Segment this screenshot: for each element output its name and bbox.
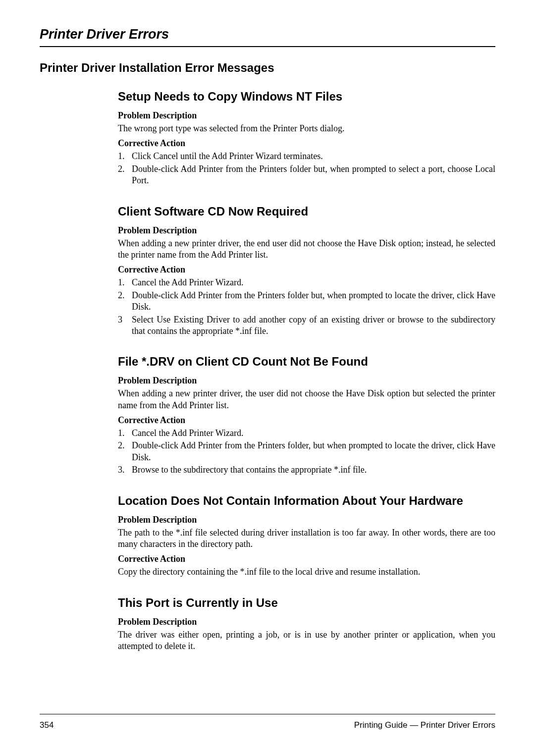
action-label: Corrective Action	[118, 138, 495, 149]
problem-label: Problem Description	[118, 225, 495, 236]
list-item: 1. Cancel the Add Printer Wizard.	[118, 428, 495, 439]
footer-divider	[40, 714, 495, 714]
page-title: Printer Driver Installation Error Messag…	[40, 61, 495, 75]
step-number: 3.	[118, 464, 132, 476]
problem-text: When adding a new printer driver, the us…	[118, 388, 495, 411]
problem-label: Problem Description	[118, 376, 495, 386]
problem-text: When adding a new printer driver, the en…	[118, 238, 495, 261]
page-number: 354	[40, 720, 54, 730]
section: Setup Needs to Copy Windows NT Files Pro…	[118, 90, 495, 187]
step-text: Double-click Add Printer from the Printe…	[132, 163, 495, 187]
step-text: Select Use Existing Driver to add anothe…	[132, 314, 495, 337]
step-number: 1.	[118, 151, 132, 162]
section: Client Software CD Now Required Problem …	[118, 205, 495, 337]
footer-text: Printing Guide — Printer Driver Errors	[354, 720, 495, 730]
action-text: Copy the directory containing the *.inf …	[118, 566, 495, 578]
section-heading: File *.DRV on Client CD Count Not Be Fou…	[118, 355, 495, 369]
list-item: 3 Select Use Existing Driver to add anot…	[118, 314, 495, 337]
running-header: Printer Driver Errors	[40, 27, 495, 47]
problem-text: The path to the *.inf file selected duri…	[118, 527, 495, 550]
list-item: 3. Browse to the subdirectory that conta…	[118, 464, 495, 476]
page-footer: 354 Printing Guide — Printer Driver Erro…	[40, 720, 495, 730]
step-text: Click Cancel until the Add Printer Wizar…	[132, 151, 495, 162]
step-text: Double-click Add Printer from the Printe…	[132, 440, 495, 463]
section-heading: Location Does Not Contain Information Ab…	[118, 494, 495, 508]
action-label: Corrective Action	[118, 265, 495, 275]
list-item: 1. Click Cancel until the Add Printer Wi…	[118, 151, 495, 162]
list-item: 2. Double-click Add Printer from the Pri…	[118, 290, 495, 313]
section-heading: Client Software CD Now Required	[118, 205, 495, 218]
section-heading: Setup Needs to Copy Windows NT Files	[118, 90, 495, 104]
problem-label: Problem Description	[118, 110, 495, 121]
problem-text: The driver was either open, printing a j…	[118, 629, 495, 652]
step-text: Cancel the Add Printer Wizard.	[132, 277, 495, 288]
step-number: 2.	[118, 440, 132, 463]
problem-label: Problem Description	[118, 515, 495, 525]
step-text: Cancel the Add Printer Wizard.	[132, 428, 495, 439]
step-number: 2.	[118, 163, 132, 187]
step-text: Browse to the subdirectory that contains…	[132, 464, 495, 476]
step-number: 3	[118, 314, 132, 337]
problem-text: The wrong port type was selected from th…	[118, 123, 495, 134]
action-label: Corrective Action	[118, 554, 495, 564]
step-number: 1.	[118, 428, 132, 439]
step-text: Double-click Add Printer from the Printe…	[132, 290, 495, 313]
section: This Port is Currently in Use Problem De…	[118, 596, 495, 652]
action-label: Corrective Action	[118, 415, 495, 426]
step-number: 2.	[118, 290, 132, 313]
list-item: 1. Cancel the Add Printer Wizard.	[118, 277, 495, 288]
step-number: 1.	[118, 277, 132, 288]
section: File *.DRV on Client CD Count Not Be Fou…	[118, 355, 495, 476]
list-item: 2. Double-click Add Printer from the Pri…	[118, 163, 495, 187]
list-item: 2. Double-click Add Printer from the Pri…	[118, 440, 495, 463]
problem-label: Problem Description	[118, 617, 495, 627]
section-heading: This Port is Currently in Use	[118, 596, 495, 610]
section: Location Does Not Contain Information Ab…	[118, 494, 495, 578]
